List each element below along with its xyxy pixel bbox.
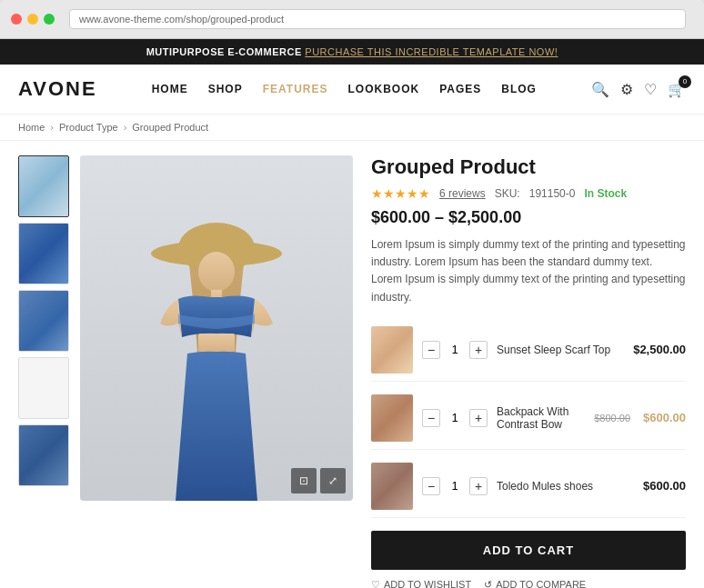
nav-home[interactable]: HOME xyxy=(152,83,188,95)
qty-control-1: − 1 + xyxy=(422,341,488,359)
product-description: Lorem Ipsum is simply dummy text of the … xyxy=(371,236,686,306)
qty-value-2: 1 xyxy=(448,411,462,424)
product-title: Grouped Product xyxy=(371,155,686,179)
sku-value: 191150-0 xyxy=(529,187,576,200)
qty-control-3: − 1 + xyxy=(422,477,488,495)
grouped-item-3: − 1 + Toledo Mules shoes $600.00 xyxy=(371,455,686,518)
thumbnail-4[interactable] xyxy=(18,357,69,419)
item-name-1: Sunset Sleep Scarf Top xyxy=(497,344,624,356)
thumbnail-1[interactable] xyxy=(18,155,69,217)
thumbnail-5[interactable] xyxy=(18,424,69,486)
wishlist-icon[interactable]: ♡ xyxy=(644,81,657,98)
close-dot[interactable] xyxy=(11,14,22,25)
compare-link[interactable]: ↺ ADD TO COMPARE xyxy=(484,579,586,588)
header-icons: 🔍 ⚙ ♡ 🛒0 xyxy=(591,81,686,98)
star-rating: ★★★★★ xyxy=(371,186,430,201)
settings-icon[interactable]: ⚙ xyxy=(620,81,633,98)
add-to-cart-button[interactable]: ADD TO CART xyxy=(371,531,686,570)
sku-label: SKU: xyxy=(495,187,520,200)
item-sale-price-2: $600.00 xyxy=(643,411,686,424)
item-old-price-2: $800.00 xyxy=(594,413,630,424)
qty-control-2: − 1 + xyxy=(422,409,488,427)
qty-increase-1[interactable]: + xyxy=(469,341,488,359)
qty-value-3: 1 xyxy=(448,479,462,493)
reviews-link[interactable]: 6 reviews xyxy=(439,187,486,200)
nav-features[interactable]: FEATURES xyxy=(263,83,328,95)
main-product-image: ⊡ ⤢ xyxy=(80,155,353,501)
announcement-prefix: MUTIPURPOSE E-COMMERCE xyxy=(146,46,302,57)
item-price-1: $2,500.00 xyxy=(633,343,686,356)
thumbnail-3[interactable] xyxy=(18,290,69,352)
minimize-dot[interactable] xyxy=(27,14,38,25)
svg-point-3 xyxy=(198,252,235,292)
cart-badge: 0 xyxy=(679,75,691,88)
nav-lookbook[interactable]: LOOKBOOK xyxy=(347,83,419,95)
breadcrumb: Home › Product Type › Grouped Product xyxy=(0,115,704,141)
item-thumb-2[interactable] xyxy=(371,394,413,442)
item-price-3: $600.00 xyxy=(643,479,686,493)
qty-increase-3[interactable]: + xyxy=(469,477,488,495)
qty-decrease-1[interactable]: − xyxy=(422,341,440,359)
qty-decrease-2[interactable]: − xyxy=(422,409,440,427)
item-thumb-3[interactable] xyxy=(371,463,413,510)
announcement-link[interactable]: PURCHASE THIS INCREDIBLE TEMAPLATE NOW! xyxy=(305,46,558,57)
product-info: Grouped Product ★★★★★ 6 reviews SKU: 191… xyxy=(353,155,686,588)
address-bar[interactable]: www.avone-theme.com/shop/grouped-product xyxy=(69,9,686,29)
item-thumb-1[interactable] xyxy=(371,326,413,374)
fullscreen-button[interactable]: ⤢ xyxy=(320,468,346,493)
image-controls: ⊡ ⤢ xyxy=(291,468,346,493)
maximize-dot[interactable] xyxy=(44,14,55,25)
announcement-bar: MUTIPURPOSE E-COMMERCE PURCHASE THIS INC… xyxy=(0,39,704,65)
breadcrumb-home[interactable]: Home xyxy=(18,122,45,133)
grouped-item-2: − 1 + Backpack With Contrast Bow $800.00… xyxy=(371,387,686,450)
site-header: AVONE HOME SHOP FEATURES LOOKBOOK PAGES … xyxy=(0,65,704,115)
zoom-in-button[interactable]: ⊡ xyxy=(291,468,317,493)
product-thumbnails xyxy=(18,155,71,588)
svg-rect-5 xyxy=(198,334,235,354)
product-section: ⊡ ⤢ Grouped Product ★★★★★ 6 reviews SKU:… xyxy=(0,141,704,588)
stock-badge: In Stock xyxy=(584,187,627,200)
search-icon[interactable]: 🔍 xyxy=(591,81,609,98)
grouped-item-1: − 1 + Sunset Sleep Scarf Top $2,500.00 xyxy=(371,319,686,382)
item-name-3: Toledo Mules shoes xyxy=(497,480,634,493)
breadcrumb-product-type[interactable]: Product Type xyxy=(59,122,118,133)
nav-shop[interactable]: SHOP xyxy=(208,83,243,95)
browser-dots xyxy=(11,14,55,25)
nav-blog[interactable]: BLOG xyxy=(501,83,537,95)
qty-value-1: 1 xyxy=(448,343,462,356)
main-nav: HOME SHOP FEATURES LOOKBOOK PAGES BLOG xyxy=(152,83,537,95)
browser-chrome: www.avone-theme.com/shop/grouped-product xyxy=(0,0,704,39)
cart-icon[interactable]: 🛒0 xyxy=(668,81,686,98)
grouped-items: − 1 + Sunset Sleep Scarf Top $2,500.00 −… xyxy=(371,319,686,518)
rating-row: ★★★★★ 6 reviews SKU: 191150-0 In Stock xyxy=(371,186,686,201)
site-logo[interactable]: AVONE xyxy=(18,77,97,101)
thumbnail-2[interactable] xyxy=(18,223,69,284)
item-name-2: Backpack With Contrast Bow xyxy=(497,405,585,431)
wishlist-link[interactable]: ♡ ADD TO WISHLIST xyxy=(371,579,471,588)
action-links: ♡ ADD TO WISHLIST ↺ ADD TO COMPARE xyxy=(371,579,686,588)
qty-increase-2[interactable]: + xyxy=(469,409,488,427)
price-range: $600.00 – $2,500.00 xyxy=(371,208,686,227)
qty-decrease-3[interactable]: − xyxy=(422,477,440,495)
breadcrumb-current: Grouped Product xyxy=(132,122,208,133)
nav-pages[interactable]: PAGES xyxy=(439,83,481,95)
